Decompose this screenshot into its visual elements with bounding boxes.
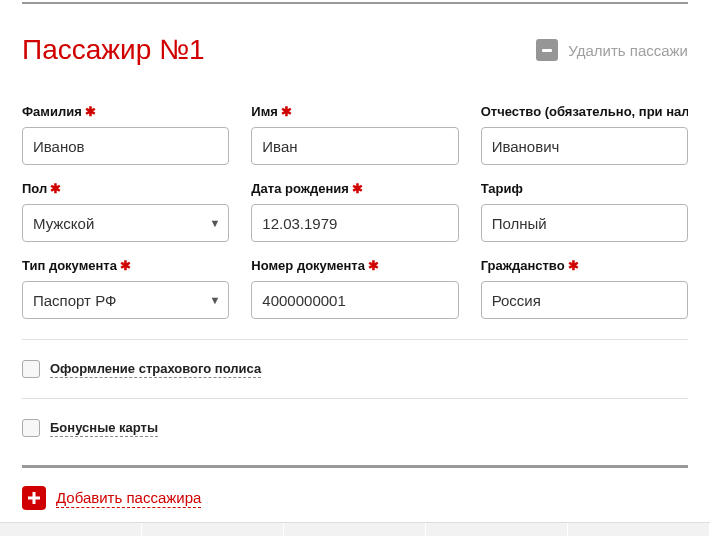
doc-type-label: Тип документа✱ bbox=[22, 258, 229, 273]
chevron-down-icon: ▼ bbox=[209, 282, 220, 318]
checkbox-icon bbox=[22, 360, 40, 378]
dob-input[interactable]: 12.03.1979 bbox=[251, 204, 458, 242]
checkbox-icon bbox=[22, 419, 40, 437]
insurance-checkbox-row[interactable]: Оформление страхового полиса bbox=[22, 360, 688, 378]
top-rule bbox=[22, 2, 688, 4]
patronymic-input[interactable]: Иванович bbox=[481, 127, 688, 165]
thick-rule bbox=[22, 465, 688, 468]
surname-input[interactable]: Иванов bbox=[22, 127, 229, 165]
insurance-label: Оформление страхового полиса bbox=[50, 361, 261, 378]
remove-passenger-label: Удалить пассажи bbox=[568, 42, 688, 59]
gender-label: Пол✱ bbox=[22, 181, 229, 196]
add-passenger-label: Добавить пассажира bbox=[56, 489, 201, 508]
dob-label: Дата рождения✱ bbox=[251, 181, 458, 196]
doc-num-input[interactable]: 4000000001 bbox=[251, 281, 458, 319]
name-input[interactable]: Иван bbox=[251, 127, 458, 165]
gender-select[interactable]: Мужской ▼ bbox=[22, 204, 229, 242]
bonus-checkbox-row[interactable]: Бонусные карты bbox=[22, 419, 688, 437]
citizen-select[interactable]: Россия bbox=[481, 281, 688, 319]
remove-passenger-button[interactable]: Удалить пассажи bbox=[536, 39, 688, 61]
footer-bar bbox=[0, 522, 710, 536]
patronymic-label: Отчество (обязательно, при наличии) bbox=[481, 104, 688, 119]
doc-type-select[interactable]: Паспорт РФ ▼ bbox=[22, 281, 229, 319]
divider bbox=[22, 339, 688, 340]
divider bbox=[22, 398, 688, 399]
name-label: Имя✱ bbox=[251, 104, 458, 119]
doc-num-label: Номер документа✱ bbox=[251, 258, 458, 273]
minus-icon bbox=[536, 39, 558, 61]
add-passenger-button[interactable]: Добавить пассажира bbox=[22, 486, 688, 510]
plus-icon bbox=[22, 486, 46, 510]
tariff-label: Тариф bbox=[481, 181, 688, 196]
chevron-down-icon: ▼ bbox=[209, 205, 220, 241]
surname-label: Фамилия✱ bbox=[22, 104, 229, 119]
page-title: Пассажир №1 bbox=[22, 34, 205, 66]
citizen-label: Гражданство✱ bbox=[481, 258, 688, 273]
bonus-label: Бонусные карты bbox=[50, 420, 158, 437]
tariff-select[interactable]: Полный bbox=[481, 204, 688, 242]
